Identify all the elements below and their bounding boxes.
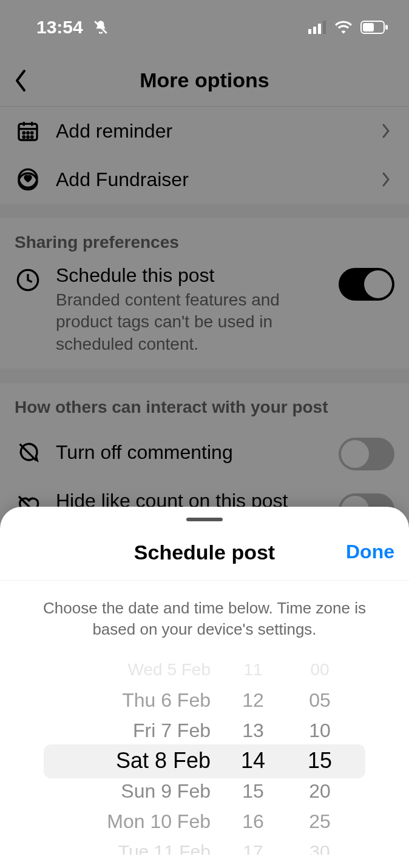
picker-item[interactable]: 00: [310, 655, 329, 685]
comment-off-icon: [15, 439, 41, 466]
svg-rect-4: [323, 21, 326, 34]
picker-column-hour[interactable]: 11 12 13 14 15 16 17: [229, 655, 277, 855]
picker-item[interactable]: 16: [242, 806, 264, 836]
picker-item[interactable]: 13: [242, 715, 264, 746]
svg-point-13: [27, 132, 29, 134]
row-add-fundraiser[interactable]: Add Fundraiser: [0, 155, 409, 204]
picker-item[interactable]: 11: [243, 655, 262, 685]
svg-rect-1: [308, 29, 311, 34]
divider: [0, 204, 409, 218]
wifi-icon: [335, 21, 352, 34]
bell-mute-icon: [93, 19, 109, 35]
toggle-commenting[interactable]: [339, 438, 394, 470]
picker-column-minute[interactable]: 00 05 10 15 20 25 30: [296, 655, 344, 855]
svg-point-14: [31, 132, 33, 134]
schedule-subtitle: Branded content features and product tag…: [56, 289, 317, 355]
picker-item-selected[interactable]: 14: [241, 746, 265, 776]
status-bar: 13:54: [0, 0, 409, 55]
chevron-right-icon: [377, 171, 394, 188]
svg-rect-2: [313, 27, 316, 34]
datetime-picker[interactable]: Wed 5 Feb Thu 6 Feb Fri 7 Feb Sat 8 Feb …: [0, 655, 409, 855]
picker-item[interactable]: 30: [309, 836, 330, 855]
svg-rect-6: [363, 23, 374, 32]
picker-item[interactable]: Fri 7 Feb: [133, 715, 211, 746]
section-interact-title: How others can interact with your post: [0, 383, 409, 423]
row-turn-off-commenting: Turn off commenting: [0, 423, 409, 481]
battery-icon: [360, 21, 388, 34]
chevron-right-icon: [377, 122, 394, 139]
picker-item[interactable]: Sun 9 Feb: [121, 776, 211, 806]
cellular-signal-icon: [308, 21, 326, 34]
toggle-schedule-post[interactable]: [339, 268, 394, 301]
schedule-title: Schedule this post: [56, 264, 317, 287]
picker-column-date[interactable]: Wed 5 Feb Thu 6 Feb Fri 7 Feb Sat 8 Feb …: [65, 655, 211, 855]
divider: [0, 369, 409, 383]
svg-point-17: [31, 136, 33, 138]
picker-item[interactable]: Mon 10 Feb: [107, 806, 211, 836]
picker-item[interactable]: Wed 5 Feb: [128, 655, 211, 685]
svg-point-15: [23, 136, 25, 138]
picker-item[interactable]: 15: [242, 776, 264, 806]
picker-item[interactable]: 10: [309, 715, 331, 746]
calendar-icon: [15, 118, 41, 144]
back-button[interactable]: [6, 66, 35, 95]
picker-item[interactable]: 25: [309, 806, 331, 836]
picker-item[interactable]: 05: [309, 685, 331, 715]
section-sharing-title: Sharing preferences: [0, 218, 409, 258]
clock-icon: [15, 267, 41, 293]
svg-point-12: [23, 132, 25, 134]
page-header: More options: [0, 55, 409, 107]
row-label: Turn off commenting: [56, 441, 324, 464]
row-label: Add reminder: [56, 120, 363, 142]
picker-item[interactable]: Tue 11 Feb: [118, 836, 211, 855]
svg-rect-7: [385, 25, 388, 30]
svg-rect-3: [318, 24, 321, 34]
picker-item[interactable]: 12: [242, 685, 264, 715]
schedule-post-sheet: Schedule post Done Choose the date and t…: [0, 507, 409, 868]
sheet-description: Choose the date and time below. Time zon…: [0, 581, 409, 650]
done-button[interactable]: Done: [346, 541, 394, 563]
picker-item[interactable]: 17: [243, 836, 263, 855]
heart-coin-icon: [15, 166, 41, 193]
row-add-reminder[interactable]: Add reminder: [0, 107, 409, 155]
picker-item[interactable]: 20: [309, 776, 331, 806]
picker-item-selected[interactable]: Sat 8 Feb: [116, 746, 211, 776]
row-schedule-post: Schedule this post Branded content featu…: [0, 258, 409, 369]
page-title: More options: [140, 68, 269, 92]
row-label: Add Fundraiser: [56, 169, 363, 191]
status-time: 13:54: [36, 17, 83, 38]
picker-item[interactable]: Thu 6 Feb: [122, 685, 211, 715]
svg-point-16: [27, 136, 29, 138]
picker-item-selected[interactable]: 15: [308, 746, 332, 776]
